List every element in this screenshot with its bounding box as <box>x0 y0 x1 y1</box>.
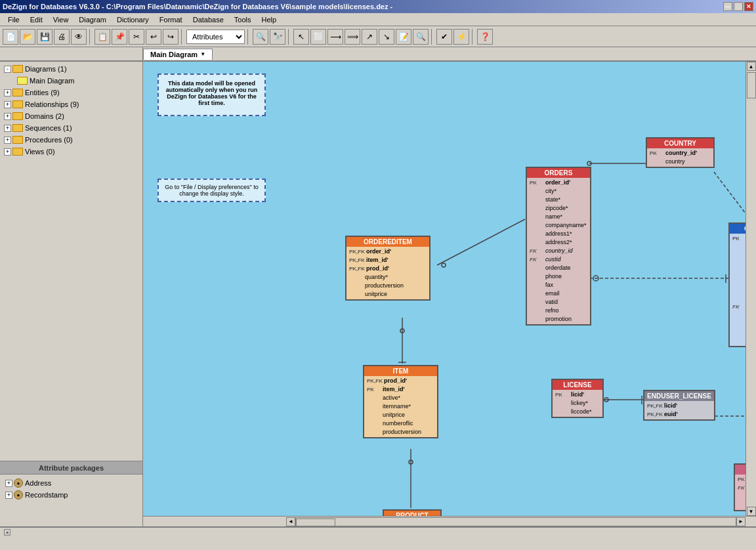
tb-cut[interactable]: ✂ <box>129 29 144 45</box>
close-button[interactable]: ✕ <box>744 2 753 11</box>
display-dropdown[interactable]: Attributes Keys only Entity name <box>186 30 245 44</box>
attr-pkg-address[interactable]: + ● Address <box>3 477 140 489</box>
tb-rel3[interactable]: ↗ <box>362 29 377 45</box>
panel-close-btn[interactable]: × <box>4 529 10 536</box>
menu-format[interactable]: Format <box>154 14 188 25</box>
diagram-tab-label: Main Diagram <box>150 51 198 58</box>
tb-save[interactable]: 💾 <box>37 29 52 45</box>
tb-note[interactable]: 📝 <box>396 29 411 45</box>
menu-diagram[interactable]: Diagram <box>74 14 112 25</box>
entity-customer[interactable]: CUSTOMER PKcustid' city* name* companyna… <box>728 222 746 347</box>
entity-row: PK,FKlicid' <box>647 402 711 410</box>
scrollbar-track-h[interactable] <box>295 517 736 526</box>
entity-row: quantity* <box>349 273 427 282</box>
tree-expander-sequences[interactable]: + <box>4 125 11 132</box>
menu-edit[interactable]: Edit <box>25 14 48 25</box>
tb-gen[interactable]: ⚡ <box>453 29 469 45</box>
tree-expander-domains[interactable]: + <box>4 113 11 120</box>
tree-expander-address[interactable]: + <box>5 480 12 487</box>
tb-entity[interactable]: ⬜ <box>310 29 326 45</box>
scrollbar-left-btn[interactable]: ◄ <box>286 517 295 526</box>
folder-icon-views <box>12 148 23 156</box>
tree-item-domains[interactable]: + Domains (2) <box>1 110 141 122</box>
diagram-tab[interactable]: Main Diagram ▼ <box>143 49 213 60</box>
tb-help[interactable]: ❓ <box>477 29 493 45</box>
tb-search[interactable]: 🔍 <box>253 29 268 45</box>
diagram-area[interactable]: This data model will be opened automatic… <box>143 62 746 516</box>
menu-file[interactable]: File <box>3 14 25 25</box>
tb-copy[interactable]: 📋 <box>94 29 110 45</box>
entity-row: state* <box>732 294 746 303</box>
tree-item-views[interactable]: + Views (0) <box>1 146 141 158</box>
scrollbar-thumb-v[interactable] <box>747 72 756 98</box>
tb-rel4[interactable]: ↘ <box>379 29 394 45</box>
menu-database[interactable]: Database <box>188 14 229 25</box>
tb-binoculars[interactable]: 🔭 <box>270 29 285 45</box>
entity-row: name* <box>530 213 587 221</box>
entity-row: PK,FKorder_id' <box>349 247 427 256</box>
tb-zoom-in[interactable]: 🔍 <box>413 29 429 45</box>
menu-tools[interactable]: Tools <box>229 14 257 25</box>
tree-item-entities[interactable]: + Entities (9) <box>1 87 141 98</box>
entity-enduser[interactable]: ENDUSER PKeuid' FKcustid name companynam… <box>734 463 746 511</box>
tree-item-relationships[interactable]: + Relationships (9) <box>1 98 141 110</box>
tb-select[interactable]: ↖ <box>293 29 309 45</box>
field-name: unitprice <box>383 411 405 419</box>
attr-pkg-recordstamp[interactable]: + ● Recordstamp <box>3 489 140 501</box>
vertical-scrollbar[interactable]: ▲ ▼ <box>746 62 756 516</box>
menu-help[interactable]: Help <box>256 14 282 25</box>
tree-item-maindg[interactable]: Main Diagram <box>14 75 141 87</box>
tree-expander-views[interactable]: + <box>4 148 11 156</box>
tb-new[interactable]: 📄 <box>3 29 18 45</box>
field-key: PK <box>732 234 746 243</box>
field-name: liccode* <box>571 408 592 416</box>
field-name: numberoflic <box>383 419 413 428</box>
tb-rel2[interactable]: ⟹ <box>345 29 360 45</box>
entity-item[interactable]: ITEM PK,FKprod_id' PKitem_id' active* it… <box>363 365 438 438</box>
tb-open[interactable]: 📂 <box>20 29 35 45</box>
tree-item-sequences[interactable]: + Sequences (1) <box>1 122 141 134</box>
menu-dictionary[interactable]: Dictionary <box>112 14 154 25</box>
tb-preview[interactable]: 👁 <box>71 29 87 45</box>
tree-expander-recordstamp[interactable]: + <box>5 492 12 499</box>
entity-orders[interactable]: ORDERS PKorder_id' city* state* zipcode*… <box>526 167 591 326</box>
maximize-button[interactable]: □ <box>734 2 743 11</box>
scrollbar-down-btn[interactable]: ▼ <box>747 507 756 516</box>
menu-view[interactable]: View <box>48 14 74 25</box>
tree-item-diagrams[interactable]: - Diagrams (1) <box>1 63 141 75</box>
field-key <box>732 243 746 251</box>
entity-enduser-header: ENDUSER <box>735 465 746 475</box>
scrollbar-up-btn[interactable]: ▲ <box>747 62 756 71</box>
field-name: refno <box>545 307 559 315</box>
entity-row: PK country_id' <box>650 149 711 158</box>
tb-verify[interactable]: ✔ <box>436 29 452 45</box>
tree-expander-diagrams[interactable]: - <box>4 66 11 73</box>
tb-undo[interactable]: ↩ <box>146 29 161 45</box>
tb-redo[interactable]: ↪ <box>163 29 178 45</box>
entity-country[interactable]: COUNTRY PK country_id' country <box>646 137 715 168</box>
entity-row: promotion <box>530 315 587 324</box>
entity-product[interactable]: PRODUCT <box>383 509 442 516</box>
scrollbar-thumb-h[interactable] <box>296 518 335 526</box>
field-name: fax <box>545 281 553 289</box>
tree-expander-procedures[interactable]: + <box>4 137 11 144</box>
field-key: FK <box>732 303 746 311</box>
scrollbar-track-v[interactable] <box>746 71 756 507</box>
tree-expander-entities[interactable]: + <box>4 89 11 96</box>
tb-paste[interactable]: 📌 <box>112 29 127 45</box>
info-box2: Go to "File / Display preferences" to ch… <box>158 179 266 202</box>
h-scrollbar-container[interactable]: ◄ ► <box>286 517 746 526</box>
entity-license[interactable]: LICENSE PKlicid' lickey* liccode* <box>551 379 604 418</box>
entity-enduser-license[interactable]: ENDUSER_LICENSE PK,FKlicid' PK,FKeuid' <box>643 390 715 421</box>
tree-label-relationships: Relationships (9) <box>25 100 79 108</box>
minimize-button[interactable]: — <box>723 2 732 11</box>
tb-sep4 <box>288 29 291 45</box>
tb-print[interactable]: 🖨 <box>54 29 70 45</box>
scrollbar-right-btn[interactable]: ► <box>736 517 746 526</box>
field-name: city* <box>545 187 556 196</box>
tree-expander-relationships[interactable]: + <box>4 101 11 108</box>
svg-point-8 <box>442 263 446 267</box>
tb-rel1[interactable]: ⟶ <box>327 29 343 45</box>
tree-item-procedures[interactable]: + Procedures (0) <box>1 134 141 146</box>
entity-ordereditem[interactable]: ORDEREDITEM PK,FKorder_id' PK,FKitem_id'… <box>345 236 430 301</box>
